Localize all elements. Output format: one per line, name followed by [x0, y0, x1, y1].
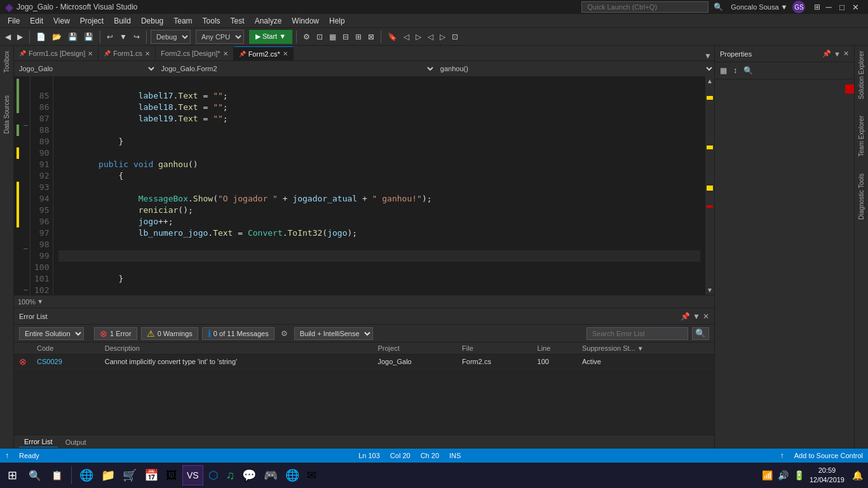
volume-icon[interactable]: 🔊 — [778, 470, 789, 480]
toolbar-btn-3[interactable]: ▦ — [327, 31, 339, 43]
menu-build[interactable]: Build — [109, 15, 136, 27]
minimize-button[interactable]: ─ — [822, 1, 835, 13]
tabs-scroll-btn[interactable]: ▼ — [702, 51, 714, 60]
toolbar-btn-10[interactable]: ▷ — [437, 31, 448, 43]
menu-analyze[interactable]: Analyze — [250, 15, 287, 27]
data-sources-label[interactable]: Data Sources — [2, 90, 11, 139]
code-area[interactable]: label17.Text = ""; label18.Text = ""; la… — [53, 76, 705, 295]
store-button[interactable]: 🛒 — [120, 468, 139, 482]
explorer-button[interactable]: 📁 — [98, 468, 118, 482]
col-file[interactable]: File — [457, 342, 532, 355]
new-file-button[interactable]: 📄 — [34, 31, 48, 43]
task-view-button[interactable]: 📋 — [48, 470, 66, 480]
quick-launch-input[interactable] — [581, 1, 709, 13]
filter-icon[interactable]: ⊞ — [813, 1, 822, 13]
close-panel-button[interactable]: ✕ — [703, 312, 709, 321]
col-suppression[interactable]: Suppression St... ▼ — [577, 342, 714, 355]
menu-window[interactable]: Window — [287, 15, 324, 27]
tab-form2-cs[interactable]: 📌 Form2.cs* ✕ — [234, 46, 294, 60]
pin-panel-button[interactable]: 📌 — [681, 312, 690, 321]
vs-taskbar-button[interactable]: VS — [182, 465, 203, 485]
team-explorer-strip[interactable]: Team Explorer — [857, 111, 866, 161]
properties-dropdown-btn[interactable]: ▼ — [834, 50, 841, 58]
close-button[interactable]: ✕ — [848, 1, 863, 13]
menu-edit[interactable]: Edit — [25, 15, 48, 27]
tab-output[interactable]: Output — [60, 437, 92, 447]
toolbox-label[interactable]: Toolbox — [2, 46, 11, 78]
close-properties-button[interactable]: ✕ — [843, 50, 849, 58]
platform-select[interactable]: Any CPU — [196, 30, 244, 44]
open-button[interactable]: 📂 — [50, 31, 64, 43]
vscode-button[interactable]: ⬡ — [206, 468, 221, 482]
undo-dropdown[interactable]: ▼ — [117, 31, 130, 43]
zoom-dropdown[interactable]: ▼ — [36, 298, 44, 305]
grid-view-button[interactable]: ▦ — [717, 65, 729, 76]
clock-display[interactable]: 20:59 12/04/2019 — [810, 466, 844, 485]
taskbar-search-button[interactable]: 🔍 — [25, 470, 45, 482]
scroll-up-button[interactable]: ▲ — [705, 76, 714, 86]
network-icon[interactable]: 📶 — [762, 470, 773, 480]
filter-icon[interactable]: ▼ — [637, 345, 644, 352]
redo-button[interactable]: ↪ — [131, 31, 142, 43]
toolbar-btn-4[interactable]: ⊟ — [340, 31, 351, 43]
panel-options-button[interactable]: ▼ — [693, 312, 700, 321]
menu-test[interactable]: Test — [226, 15, 250, 27]
tab-error-list[interactable]: Error List — [19, 437, 58, 447]
col-icon[interactable] — [14, 342, 32, 355]
menu-help[interactable]: Help — [324, 15, 350, 27]
toolbar-btn-1[interactable]: ⚙ — [301, 31, 313, 43]
save-all-button[interactable]: 💾 — [81, 31, 96, 43]
sort-button[interactable]: ↕ — [731, 65, 740, 76]
search-error-input[interactable] — [587, 327, 688, 340]
undo-button[interactable]: ↩ — [104, 31, 116, 43]
steam-button[interactable]: 🎮 — [261, 468, 280, 482]
menu-team[interactable]: Team — [168, 15, 197, 27]
error-row-1[interactable]: ⊗ CS0029 Cannot implicitly convert type … — [14, 355, 714, 369]
toolbar-btn-2[interactable]: ⊡ — [314, 31, 325, 43]
tab-close-icon-2[interactable]: ✕ — [145, 50, 150, 57]
menu-project[interactable]: Project — [75, 15, 109, 27]
diagnostic-tools-strip[interactable]: Diagnostic Tools — [857, 168, 866, 225]
menu-view[interactable]: View — [48, 15, 75, 27]
col-description[interactable]: Description — [100, 342, 373, 355]
scroll-down-button[interactable]: ▼ — [705, 285, 714, 295]
spotify-button[interactable]: ♫ — [224, 469, 238, 482]
windows-start-button[interactable]: ⊞ — [3, 468, 22, 482]
tab-close-icon-4[interactable]: ✕ — [283, 50, 288, 57]
email-button[interactable]: ✉ — [304, 468, 319, 482]
menu-tools[interactable]: Tools — [198, 15, 226, 27]
build-filter-select[interactable]: Build + IntelliSense — [294, 327, 373, 340]
collapse-btn-3[interactable]: ─ — [22, 285, 30, 295]
discord-button[interactable]: 💬 — [240, 468, 259, 482]
add-to-source-control[interactable]: Add to Source Control — [794, 452, 863, 459]
collapse-btn-1[interactable]: ─ — [22, 120, 30, 130]
scope-filter[interactable]: Entire Solution — [19, 327, 84, 340]
search-error-button[interactable]: 🔍 — [692, 327, 709, 340]
solution-explorer-strip[interactable]: Solution Explorer — [857, 46, 866, 104]
toolbar-btn-9[interactable]: ◁ — [425, 31, 436, 43]
mail-button[interactable]: 📅 — [142, 468, 161, 482]
back-button[interactable]: ◀ — [3, 31, 13, 43]
toolbar-btn-7[interactable]: ◁ — [401, 31, 412, 43]
tab-form1-design[interactable]: 📌 Form1.cs [Design] ✕ — [14, 46, 98, 60]
error-filter-button[interactable]: ⊗ 1 Error — [94, 327, 137, 340]
toolbar-btn-5[interactable]: ⊞ — [353, 31, 364, 43]
search-properties-button[interactable]: 🔍 — [741, 65, 756, 76]
menu-file[interactable]: File — [3, 15, 25, 27]
tab-close-icon-3[interactable]: ✕ — [223, 50, 228, 57]
build-source-button[interactable]: ⚙ — [281, 329, 288, 338]
col-project[interactable]: Project — [373, 342, 458, 355]
collapse-btn-2[interactable]: ─ — [22, 243, 30, 254]
tab-form1-cs[interactable]: 📌 Form1.cs ✕ — [98, 46, 156, 60]
col-code[interactable]: Code — [32, 342, 100, 355]
project-selector[interactable]: Jogo_Galo — [14, 61, 156, 76]
menu-debug[interactable]: Debug — [136, 15, 168, 27]
edge-button[interactable]: 🌐 — [77, 468, 96, 482]
start-button[interactable]: ▶ Start ▼ — [249, 30, 292, 44]
debug-mode-select[interactable]: Debug — [151, 30, 191, 44]
toolbar-btn-6[interactable]: ⊠ — [365, 31, 377, 43]
col-line[interactable]: Line — [532, 342, 577, 355]
tab-form2-design[interactable]: Form2.cs [Design]* ✕ — [156, 46, 234, 60]
battery-icon[interactable]: 🔋 — [794, 470, 804, 480]
pin-properties-button[interactable]: 📌 — [822, 50, 831, 58]
